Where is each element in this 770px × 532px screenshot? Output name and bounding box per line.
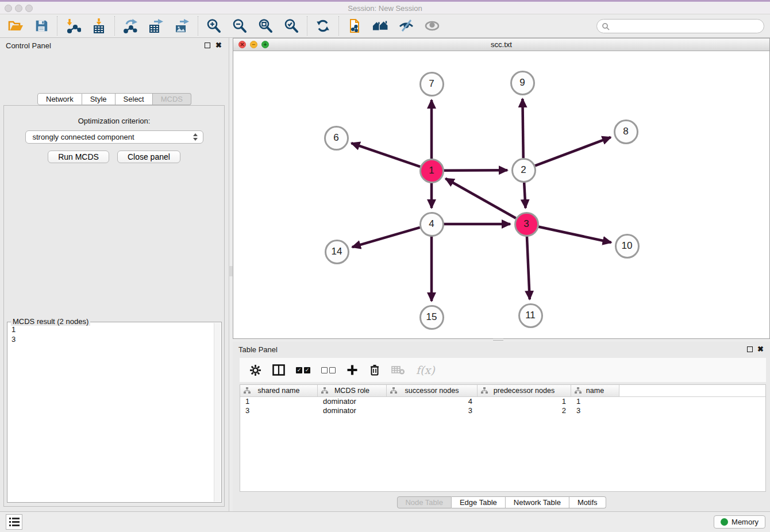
network-window-titlebar[interactable]: ✕ − + scc.txt: [233, 38, 769, 51]
delete-row-icon[interactable]: [369, 363, 380, 377]
export-network-icon[interactable]: [122, 18, 138, 34]
close-panel-icon[interactable]: ✖: [215, 41, 222, 49]
table-row[interactable]: 3dominator323: [240, 406, 765, 415]
node-table: shared nameMCDS rolesuccessor nodesprede…: [240, 384, 766, 492]
column-header-name[interactable]: name: [571, 385, 619, 396]
search-input[interactable]: [610, 21, 764, 32]
column-label: name: [586, 387, 604, 395]
network-canvas[interactable]: 7968124314101511: [233, 51, 769, 338]
float-table-panel-icon[interactable]: [747, 346, 753, 352]
table-cell[interactable]: dominator: [318, 397, 387, 406]
tab-select[interactable]: Select: [116, 93, 153, 105]
memory-label: Memory: [732, 518, 759, 526]
first-neighbors-icon[interactable]: [372, 18, 388, 34]
table-cell[interactable]: 3: [571, 406, 619, 415]
hierarchy-icon: [321, 387, 328, 395]
zoom-selected-icon[interactable]: [283, 18, 299, 34]
export-table-icon[interactable]: [148, 18, 164, 34]
table-cell[interactable]: 3: [387, 406, 478, 415]
column-label: shared name: [258, 387, 300, 395]
table-cell[interactable]: 2: [478, 406, 571, 415]
column-header-shared-name[interactable]: shared name: [240, 385, 318, 396]
tab-network-table[interactable]: Network Table: [506, 496, 569, 508]
open-session-icon[interactable]: [7, 18, 24, 34]
unchecked-box-icon: [321, 367, 328, 373]
table-cell[interactable]: 1: [240, 397, 318, 406]
table-panel-title: Table Panel: [238, 345, 278, 354]
hierarchy-icon: [390, 387, 397, 395]
column-header-predecessor-nodes[interactable]: predecessor nodes: [478, 385, 571, 396]
show-columns-icon[interactable]: [272, 363, 285, 377]
graph-node-15[interactable]: 15: [419, 305, 444, 330]
graph-node-7[interactable]: 7: [419, 72, 444, 97]
table-cell[interactable]: 1: [571, 397, 619, 406]
graph-node-14[interactable]: 14: [325, 240, 349, 264]
hide-graphics-details-icon[interactable]: [398, 18, 414, 34]
graph-node-1[interactable]: 1: [419, 159, 444, 183]
table-row[interactable]: 1dominator411: [240, 397, 765, 406]
refresh-layout-icon[interactable]: [315, 18, 331, 34]
add-row-icon[interactable]: [346, 363, 358, 377]
column-header-mcds-role[interactable]: MCDS role: [318, 385, 387, 396]
graph-node-10[interactable]: 10: [615, 234, 640, 259]
table-cell[interactable]: 1: [478, 397, 571, 406]
graph-edge-1-6[interactable]: [351, 143, 420, 167]
graph-edge-4-14[interactable]: [352, 228, 420, 247]
save-session-icon[interactable]: [33, 18, 49, 34]
graph-node-2[interactable]: 2: [511, 158, 536, 183]
graph-edge-2-3[interactable]: [524, 182, 525, 208]
table-cell[interactable]: dominator: [318, 406, 387, 415]
app-titlebar: Session: New Session: [0, 0, 770, 14]
memory-status-icon: [721, 518, 728, 526]
import-network-icon[interactable]: [65, 18, 81, 34]
deselect-all-icon[interactable]: [321, 363, 336, 377]
graph-node-9[interactable]: 9: [510, 71, 535, 95]
zoom-fit-icon[interactable]: [257, 18, 274, 34]
graph-node-11[interactable]: 11: [518, 303, 543, 328]
graph-node-6[interactable]: 6: [324, 126, 349, 151]
tab-mcds[interactable]: MCDS: [153, 93, 191, 105]
search-icon: [602, 22, 610, 30]
search-field[interactable]: [596, 19, 764, 33]
table-cell[interactable]: 3: [240, 406, 318, 415]
float-panel-icon[interactable]: [205, 43, 210, 48]
graph-edge-2-8[interactable]: [535, 137, 611, 166]
list-icon: [9, 518, 20, 526]
graph-edge-3-1[interactable]: [445, 179, 515, 218]
graph-node-4[interactable]: 4: [419, 212, 444, 237]
mcds-result-text[interactable]: 1 3: [11, 325, 16, 344]
graph-edge-1-2[interactable]: [444, 170, 507, 171]
zoom-in-icon[interactable]: [206, 18, 222, 34]
column-header-successor-nodes[interactable]: successor nodes: [387, 385, 478, 396]
tab-edge-table[interactable]: Edge Table: [452, 496, 506, 508]
result-scrollbar[interactable]: [214, 323, 221, 502]
close-panel-button[interactable]: Close panel: [117, 151, 180, 163]
graph-edge-3-10[interactable]: [538, 226, 611, 242]
table-mode-icon[interactable]: [249, 363, 261, 377]
memory-button[interactable]: Memory: [714, 515, 765, 529]
select-all-icon[interactable]: ✓ ✓: [296, 363, 310, 377]
tab-node-table[interactable]: Node Table: [396, 496, 452, 508]
export-image-icon[interactable]: [174, 18, 190, 34]
graph-node-8[interactable]: 8: [614, 119, 638, 144]
criterion-select[interactable]: strongly connected component: [25, 130, 203, 144]
tab-style[interactable]: Style: [82, 93, 116, 105]
tab-network[interactable]: Network: [37, 93, 82, 105]
task-history-button[interactable]: [6, 514, 22, 530]
table-cell[interactable]: 4: [387, 397, 478, 406]
graph-edge-2-9[interactable]: [522, 99, 523, 158]
vertical-splitter-grip[interactable]: [230, 266, 232, 276]
horizontal-splitter-grip[interactable]: [493, 338, 503, 341]
zoom-out-icon[interactable]: [232, 18, 248, 34]
run-mcds-button[interactable]: Run MCDS: [48, 151, 109, 163]
main-toolbar: [0, 14, 770, 38]
hierarchy-icon: [481, 387, 488, 395]
graph-edges: [233, 51, 769, 338]
new-network-from-selection-icon[interactable]: [346, 18, 363, 34]
tab-motifs[interactable]: Motifs: [569, 496, 606, 508]
graph-edge-3-11[interactable]: [527, 236, 530, 299]
graph-node-3[interactable]: 3: [514, 212, 539, 237]
delete-table-icon: [391, 363, 405, 377]
import-table-icon[interactable]: [91, 18, 107, 34]
close-table-panel-icon[interactable]: ✖: [757, 345, 764, 353]
